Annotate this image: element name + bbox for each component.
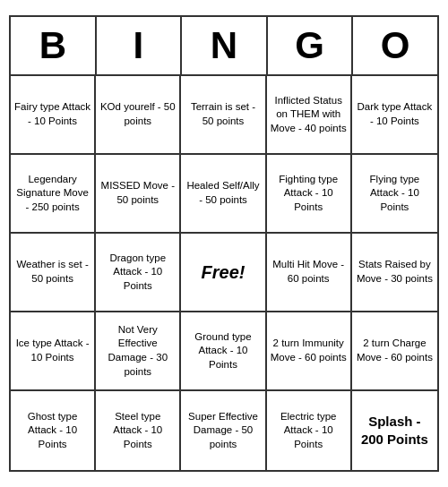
header-letter-o: O xyxy=(353,17,437,74)
bingo-cell-3: Inflicted Status on THEM with Move - 40 … xyxy=(267,76,352,155)
bingo-cell-14: Stats Raised by Move - 30 points xyxy=(352,234,437,312)
bingo-cell-21: Steel type Attack - 10 Points xyxy=(96,391,181,470)
bingo-grid: Fairy type Attack - 10 PointsKOd yourelf… xyxy=(11,76,437,470)
bingo-cell-4: Dark type Attack - 10 Points xyxy=(352,76,437,155)
bingo-cell-24: Splash - 200 Points xyxy=(352,391,437,470)
bingo-cell-2: Terrain is set - 50 points xyxy=(181,76,266,155)
bingo-cell-16: Not Very Effective Damage - 30 points xyxy=(96,312,181,391)
bingo-card: BINGO Fairy type Attack - 10 PointsKOd y… xyxy=(9,15,439,472)
bingo-cell-22: Super Effective Damage - 50 points xyxy=(181,391,266,470)
bingo-cell-5: Legendary Signature Move - 250 points xyxy=(11,155,96,234)
bingo-cell-10: Weather is set - 50 points xyxy=(11,234,96,312)
bingo-cell-1: KOd yourelf - 50 points xyxy=(96,76,181,155)
bingo-cell-15: Ice type Attack - 10 Points xyxy=(11,312,96,391)
header-letter-n: N xyxy=(182,17,268,74)
bingo-cell-7: Healed Self/Ally - 50 points xyxy=(181,155,266,234)
bingo-cell-18: 2 turn Immunity Move - 60 points xyxy=(267,312,352,391)
bingo-cell-9: Flying type Attack - 10 Points xyxy=(352,155,437,234)
header-letter-i: I xyxy=(97,17,183,74)
bingo-cell-11: Dragon type Attack - 10 Points xyxy=(96,234,181,312)
header-letter-g: G xyxy=(268,17,354,74)
bingo-cell-8: Fighting type Attack - 10 Points xyxy=(267,155,352,234)
bingo-cell-0: Fairy type Attack - 10 Points xyxy=(11,76,96,155)
bingo-cell-23: Electric type Attack - 10 Points xyxy=(267,391,352,470)
header-letter-b: B xyxy=(11,17,97,74)
bingo-cell-6: MISSED Move - 50 points xyxy=(96,155,181,234)
bingo-cell-13: Multi Hit Move - 60 points xyxy=(267,234,352,312)
bingo-cell-17: Ground type Attack - 10 Points xyxy=(181,312,266,391)
bingo-cell-12: Free! xyxy=(181,234,266,312)
bingo-header: BINGO xyxy=(11,17,437,76)
bingo-cell-20: Ghost type Attack - 10 Points xyxy=(11,391,96,470)
bingo-cell-19: 2 turn Charge Move - 60 points xyxy=(352,312,437,391)
